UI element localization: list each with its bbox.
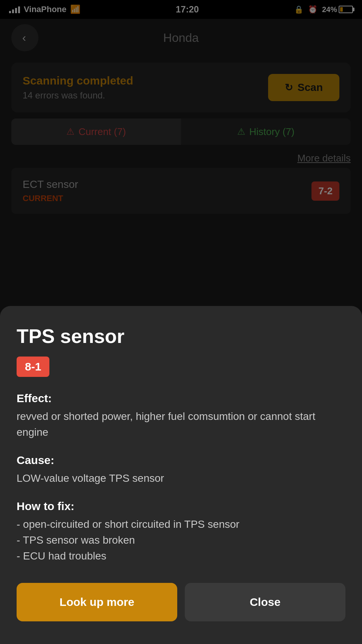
close-button[interactable]: Close xyxy=(185,583,345,621)
modal-sheet: TPS sensor 8-1 Effect: revved or shorted… xyxy=(0,306,362,644)
modal-effect-section: Effect: revved or shorted power, higher … xyxy=(17,392,345,440)
modal-cause-text: LOW-value voltage TPS sensor xyxy=(17,470,345,486)
modal-fix-text: - open-circuited or short circuited in T… xyxy=(17,516,345,564)
lookup-button[interactable]: Look up more xyxy=(17,583,177,621)
modal-fix-section: How to fix: - open-circuited or short ci… xyxy=(17,500,345,564)
modal-effect-title: Effect: xyxy=(17,392,345,405)
modal-actions: Look up more Close xyxy=(17,583,345,621)
modal-fix-title: How to fix: xyxy=(17,500,345,513)
modal-cause-section: Cause: LOW-value voltage TPS sensor xyxy=(17,454,345,486)
modal-code-badge: 8-1 xyxy=(17,357,49,377)
modal-cause-title: Cause: xyxy=(17,454,345,467)
modal-effect-text: revved or shorted power, higher fuel com… xyxy=(17,409,345,440)
modal-title: TPS sensor xyxy=(17,325,345,347)
